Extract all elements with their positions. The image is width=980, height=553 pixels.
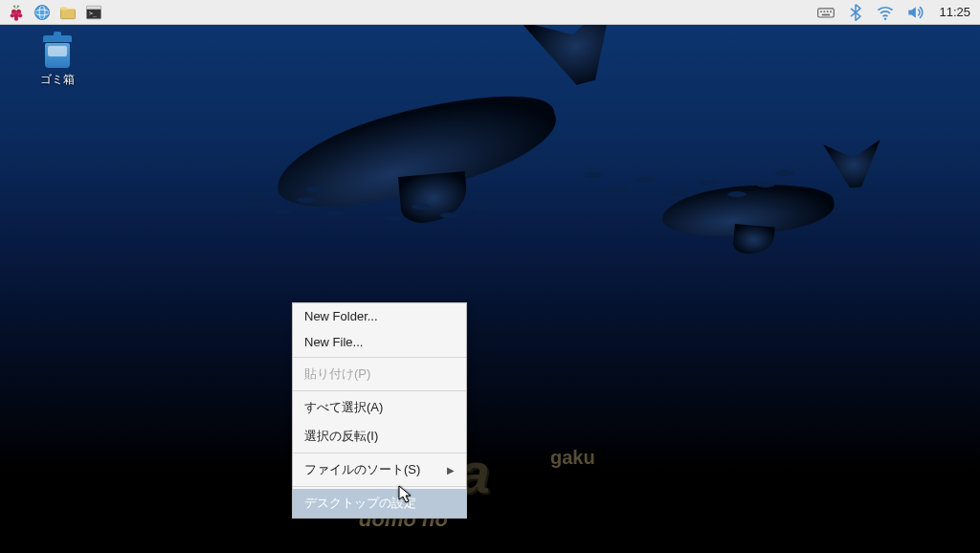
file-manager-icon[interactable]	[56, 1, 80, 24]
trash-label: ゴミ箱	[40, 72, 75, 88]
ctx-invert-selection[interactable]: 選択の反転(I)	[293, 422, 466, 451]
ctx-separator	[293, 486, 466, 487]
ctx-separator	[293, 453, 466, 453]
desktop-context-menu: New Folder... New File... 貼り付け(P) すべて選択(…	[292, 302, 467, 519]
wallpaper-whale-small	[657, 140, 884, 261]
volume-icon[interactable]	[905, 1, 924, 24]
wifi-icon[interactable]	[876, 1, 895, 24]
ctx-desktop-settings[interactable]: デスクトップの設定	[293, 489, 466, 518]
taskbar-clock[interactable]: 11:25	[939, 5, 970, 19]
svg-rect-13	[818, 8, 835, 16]
trash-icon	[39, 33, 76, 70]
taskbar-left: >_	[4, 1, 106, 24]
svg-point-4	[18, 13, 22, 17]
svg-rect-11	[87, 6, 101, 9]
mouse-cursor-icon	[398, 485, 413, 508]
svg-rect-18	[822, 13, 830, 15]
ctx-sort-files[interactable]: ファイルのソート(S) ▶	[293, 455, 466, 484]
web-browser-icon[interactable]	[30, 1, 55, 24]
ctx-new-folder[interactable]: New Folder...	[293, 303, 466, 329]
ctx-new-file[interactable]: New File...	[293, 329, 466, 355]
svg-rect-16	[827, 11, 829, 12]
taskbar: >_ 11:25	[0, 0, 980, 25]
svg-point-5	[14, 16, 18, 20]
svg-text:>_: >_	[89, 10, 97, 17]
svg-point-3	[11, 13, 14, 17]
svg-point-19	[884, 17, 887, 19]
taskbar-right: 11:25	[816, 1, 976, 24]
trash-desktop-icon[interactable]: ゴミ箱	[24, 33, 91, 88]
submenu-arrow-icon: ▶	[447, 465, 455, 476]
svg-point-1	[16, 9, 21, 13]
wallpaper-logo-top: gaku	[550, 447, 595, 469]
ctx-separator	[293, 390, 466, 391]
ctx-select-all[interactable]: すべて選択(A)	[293, 393, 466, 422]
raspberry-menu-icon[interactable]	[4, 1, 29, 24]
svg-rect-17	[831, 11, 833, 12]
svg-point-0	[11, 9, 16, 13]
keyboard-icon[interactable]	[816, 1, 835, 24]
bluetooth-icon[interactable]	[846, 1, 865, 24]
ctx-paste: 貼り付け(P)	[293, 360, 466, 388]
terminal-icon[interactable]: >_	[81, 1, 106, 24]
wallpaper-whale-large	[252, 0, 648, 259]
desktop-wallpaper[interactable]: Yoka gaku domo no	[0, 0, 980, 553]
ctx-separator	[293, 357, 466, 358]
svg-rect-14	[821, 11, 823, 12]
svg-rect-15	[824, 11, 826, 12]
